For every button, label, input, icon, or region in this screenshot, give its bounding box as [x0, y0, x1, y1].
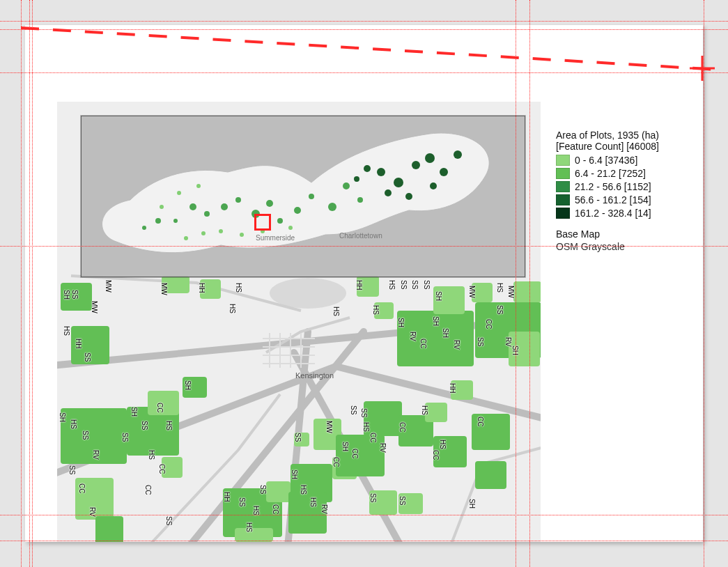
plot-label: HH — [75, 339, 82, 348]
plot-label: RV — [320, 504, 327, 514]
svg-point-27 — [412, 161, 420, 169]
legend-title-line1: Area of Plots, 1935 (ha) — [556, 130, 723, 141]
plot-label: CC — [485, 319, 492, 329]
svg-point-34 — [364, 165, 371, 172]
svg-point-29 — [440, 168, 448, 176]
plot-label: HS — [496, 283, 503, 293]
plot-polygon — [95, 516, 123, 542]
plot-label: SS — [165, 516, 172, 525]
svg-point-38 — [219, 229, 223, 233]
svg-point-13 — [189, 203, 196, 210]
svg-point-14 — [204, 211, 210, 217]
plot-label: SS — [68, 465, 75, 474]
legend-item: 6.4 - 21.2 [7252] — [556, 168, 723, 179]
svg-point-43 — [177, 191, 181, 195]
svg-point-16 — [235, 197, 241, 203]
plot-label: HS — [300, 485, 307, 495]
plot-label: SH — [291, 469, 297, 479]
plot-label: SS — [360, 408, 367, 417]
svg-point-22 — [328, 203, 336, 211]
legend-label: 6.4 - 21.2 [7252] — [575, 168, 646, 179]
plot-label: HH — [223, 492, 230, 502]
plot-label: SS — [294, 433, 301, 442]
svg-point-44 — [196, 184, 201, 188]
svg-point-12 — [173, 219, 178, 223]
plot-label: SH — [468, 499, 475, 508]
plot-label: HH — [198, 283, 205, 293]
legend-item: 161.2 - 328.4 [14] — [556, 208, 723, 219]
plot-label: CC — [332, 457, 339, 467]
plot-label: MW — [468, 286, 475, 298]
plot-label: SS — [398, 496, 405, 505]
legend-swatch — [556, 181, 570, 192]
svg-point-18 — [266, 200, 273, 207]
overview-extent-rect — [254, 214, 271, 231]
plot-label: CC — [477, 417, 483, 426]
plot-label: HS — [309, 497, 316, 507]
legend-label: 0 - 6.4 [37436] — [575, 155, 637, 166]
svg-point-20 — [294, 207, 301, 214]
plot-label: HS — [439, 440, 446, 449]
legend-swatch — [556, 168, 570, 179]
plot-label: HS — [245, 522, 252, 532]
overview-map-frame[interactable]: Summerside Charlottetown — [81, 116, 525, 277]
plot-label: HS — [252, 506, 259, 515]
plot-label: HS — [70, 419, 77, 429]
svg-point-41 — [288, 226, 293, 230]
plot-label: SS — [477, 337, 483, 346]
svg-point-32 — [405, 193, 412, 200]
plot-label: HS — [332, 306, 339, 316]
plot-label: HS — [372, 305, 379, 315]
plot-label: MW — [160, 283, 167, 295]
legend-swatch — [556, 208, 570, 219]
plot-label: SH — [511, 345, 518, 355]
svg-point-26 — [394, 178, 403, 187]
plot-label: RV — [453, 340, 460, 350]
plot-label: SS — [411, 280, 418, 289]
print-layout-page[interactable]: Kensington SHSSHSHHSSSHHSSSRVSSCCRVSHSSS… — [25, 25, 703, 542]
plot-label: HS — [63, 326, 70, 336]
legend-item: 0 - 6.4 [37436] — [556, 155, 723, 166]
plot-label: CC — [369, 433, 376, 442]
plot-polygon — [475, 461, 506, 489]
plot-label: SS — [121, 433, 128, 442]
plot-label: SS — [259, 485, 266, 494]
legend-title-line2: [Feature Count] [46008] — [556, 141, 723, 152]
plot-label: SS — [350, 405, 357, 414]
plot-label: RV — [92, 450, 99, 460]
plot-polygon — [235, 528, 273, 542]
plot-label: MW — [91, 301, 98, 313]
plot-label: SS — [369, 493, 376, 502]
plot-label: HS — [148, 450, 155, 460]
svg-point-19 — [277, 218, 283, 224]
plot-label: SH — [435, 291, 442, 301]
svg-point-33 — [385, 189, 392, 196]
plot-label: SS — [238, 497, 245, 506]
plot-label: SS — [423, 280, 430, 289]
plot-polygon — [266, 481, 291, 502]
legend-label: 161.2 - 328.4 [14] — [575, 208, 651, 219]
svg-point-36 — [184, 236, 188, 240]
plot-label: HS — [165, 421, 172, 430]
plot-label: CC — [398, 422, 405, 432]
svg-point-30 — [454, 150, 462, 159]
overview-island: Summerside Charlottetown — [82, 116, 525, 277]
plot-label: SH — [432, 316, 439, 326]
legend-basemap-heading: Base Map — [556, 228, 723, 240]
legend-basemap-value: OSM Grayscale — [556, 241, 723, 252]
plot-label: SH — [397, 318, 404, 327]
plot-label: CC — [158, 464, 165, 474]
plot-label: HS — [388, 280, 395, 290]
plot-label: HS — [235, 283, 242, 293]
plot-label: SH — [442, 328, 449, 338]
svg-point-24 — [357, 197, 363, 203]
plot-label: SH — [130, 407, 137, 417]
plot-label: RV — [379, 443, 386, 453]
svg-point-10 — [142, 226, 146, 230]
svg-point-23 — [343, 182, 350, 189]
svg-text:Summerside: Summerside — [256, 234, 295, 242]
plot-label: CC — [156, 403, 163, 412]
svg-text:Charlottetown: Charlottetown — [339, 232, 382, 240]
svg-point-42 — [160, 205, 164, 209]
legend-swatch — [556, 155, 570, 166]
